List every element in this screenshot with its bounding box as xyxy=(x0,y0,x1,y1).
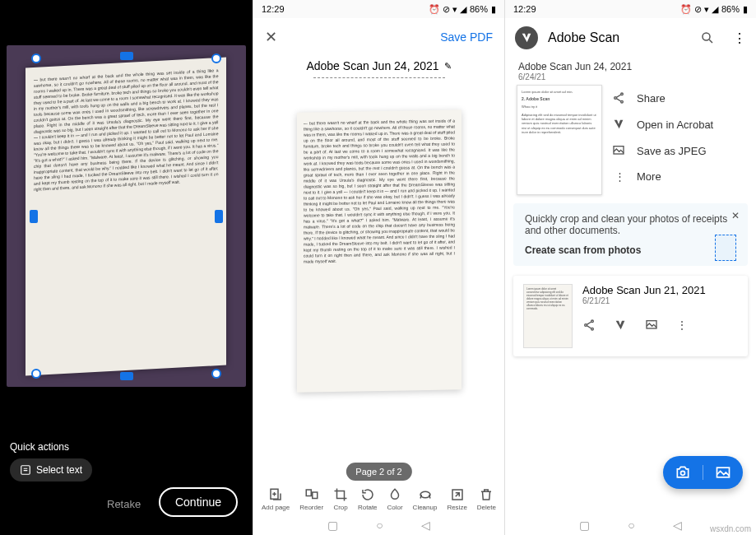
library-header: Adobe Scan ⋮ xyxy=(505,18,756,58)
tip-card: ✕ Quickly crop and clean your photos of … xyxy=(513,203,748,266)
edit-toolbar: Add page Reorder Crop Rotate Color Clean… xyxy=(253,482,504,515)
status-bar: 12:29 ⏰ ⊘ ▾ ◢ 86% ▮ xyxy=(253,0,504,18)
svg-point-7 xyxy=(621,93,624,95)
svg-point-8 xyxy=(615,97,617,100)
image-icon xyxy=(645,319,658,332)
svg-point-4 xyxy=(420,491,430,498)
tip-close[interactable]: ✕ xyxy=(731,210,740,221)
save-pdf-button[interactable]: Save PDF xyxy=(440,30,493,44)
review-screen: 12:29 ⏰ ⊘ ▾ ◢ 86% ▮ ✕ Save PDF Adobe Sca… xyxy=(253,0,504,535)
doc1-meta: Adobe Scan Jun 24, 2021 6/24/21 xyxy=(505,58,756,85)
select-text-icon xyxy=(20,464,31,476)
crop-handle-left[interactable] xyxy=(30,210,38,223)
doc-title: Adobe Scan Jun 24, 2021 xyxy=(306,59,438,72)
thumb-heading: 2. Adobe Scan xyxy=(522,96,597,102)
delete-icon xyxy=(479,487,494,502)
library-screen: 12:29 ⏰ ⊘ ▾ ◢ 86% ▮ Adobe Scan ⋮ Adobe S… xyxy=(504,0,756,535)
doc2-share[interactable] xyxy=(582,319,596,332)
status-icons: ⏰ ⊘ ▾ ◢ 86% ▮ xyxy=(680,4,748,15)
tip-cta[interactable]: Create scan from photos xyxy=(525,244,736,256)
crop-handle-tl[interactable] xyxy=(31,54,41,63)
svg-point-6 xyxy=(703,33,710,40)
doc2-title: Adobe Scan Jun 21, 2021 xyxy=(582,284,738,296)
svg-rect-2 xyxy=(306,490,311,496)
close-button[interactable]: ✕ xyxy=(265,28,277,46)
nav-recent[interactable]: ▢ xyxy=(579,519,590,532)
svg-point-9 xyxy=(621,100,624,103)
retake-button[interactable]: Retake xyxy=(107,498,141,510)
fab-separator xyxy=(703,465,703,480)
more-icon: ⋮ xyxy=(612,170,627,183)
fab[interactable] xyxy=(663,456,743,489)
doc2-actions: ⋮ xyxy=(582,319,738,332)
capture-screen: — but there wasn't no wharf at the back … xyxy=(0,0,253,535)
color-icon xyxy=(387,487,402,502)
doc2-image[interactable] xyxy=(645,319,658,332)
search-button[interactable] xyxy=(700,30,715,45)
crop-handle-right[interactable] xyxy=(215,210,223,223)
add-page-icon xyxy=(268,487,283,502)
share-icon xyxy=(612,91,627,105)
doc-title-row[interactable]: Adobe Scan Jun 24, 2021 ✎ xyxy=(253,56,504,76)
more-item[interactable]: ⋮More xyxy=(612,164,744,189)
crop-handle-bl[interactable] xyxy=(31,369,41,379)
svg-point-13 xyxy=(591,328,594,330)
reorder-tool[interactable]: Reorder xyxy=(299,487,323,511)
svg-point-11 xyxy=(591,320,594,323)
doc1-row: Lorem ipsum dolor sit amet ad min. 2. Ad… xyxy=(505,85,756,195)
page-preview[interactable]: — but there wasn't no wharf at the back … xyxy=(297,109,461,392)
edit-title-icon[interactable]: ✎ xyxy=(444,61,452,72)
acrobat-item[interactable]: Open in Acrobat xyxy=(612,111,744,137)
doc2-card[interactable]: Lorem ipsum dolor sit amet consectetur a… xyxy=(513,276,748,356)
status-bar: 12:29 ⏰ ⊘ ▾ ◢ 86% ▮ xyxy=(505,0,756,18)
crop-handle-top[interactable] xyxy=(120,52,133,60)
svg-point-15 xyxy=(681,471,685,475)
doc1-thumbnail[interactable]: Lorem ipsum dolor sit amet ad min. 2. Ad… xyxy=(517,85,602,195)
tip-text: Quickly crop and clean your photos of re… xyxy=(525,213,727,236)
color-tool[interactable]: Color xyxy=(387,487,403,511)
crop-handle-tr[interactable] xyxy=(211,54,221,63)
rotate-tool[interactable]: Rotate xyxy=(358,487,378,511)
resize-icon xyxy=(450,487,465,502)
crop-handle-bottom[interactable] xyxy=(120,372,133,380)
select-text-button[interactable]: Select text xyxy=(10,458,92,482)
doc2-acrobat[interactable] xyxy=(614,319,627,332)
select-text-label: Select text xyxy=(36,464,82,476)
status-icons: ⏰ ⊘ ▾ ◢ 86% ▮ xyxy=(429,4,496,15)
status-time: 12:29 xyxy=(513,4,536,14)
delete-tool[interactable]: Delete xyxy=(477,487,496,511)
nav-back[interactable]: ◁ xyxy=(673,519,682,532)
crop-area[interactable]: — but there wasn't no wharf at the back … xyxy=(7,45,246,387)
share-item[interactable]: Share xyxy=(612,85,744,111)
crop-tool[interactable]: Crop xyxy=(333,487,348,511)
app-logo xyxy=(515,26,538,49)
continue-button[interactable]: Continue xyxy=(159,487,238,517)
nav-home[interactable]: ○ xyxy=(628,519,634,532)
nav-home[interactable]: ○ xyxy=(376,519,383,532)
resize-tool[interactable]: Resize xyxy=(447,487,466,511)
doc2-thumbnail: Lorem ipsum dolor sit amet consectetur a… xyxy=(523,284,573,348)
jpeg-item[interactable]: Save as JPEG xyxy=(612,137,744,164)
doc1-title: Adobe Scan Jun 24, 2021 xyxy=(518,61,743,72)
gallery-icon[interactable] xyxy=(715,464,731,481)
cleanup-icon xyxy=(418,487,433,502)
search-icon xyxy=(700,30,715,45)
doc1-actions: Share Open in Acrobat Save as JPEG ⋮More xyxy=(612,85,744,195)
nav-recent[interactable]: ▢ xyxy=(327,519,338,532)
scanned-page-preview: — but there wasn't no wharf at the back … xyxy=(26,57,226,374)
crop-handle-br[interactable] xyxy=(211,369,221,379)
doc2-more[interactable]: ⋮ xyxy=(676,319,688,332)
cleanup-tool[interactable]: Cleanup xyxy=(413,487,438,511)
nav-bar: ▢ ○ ◁ xyxy=(253,515,504,535)
watermark: wsxdn.com xyxy=(710,524,751,533)
status-time: 12:29 xyxy=(262,4,285,14)
page-indicator: Page 2 of 2 xyxy=(346,463,411,481)
add-page-tool[interactable]: Add page xyxy=(262,487,290,511)
review-header: ✕ Save PDF xyxy=(253,18,504,56)
camera-icon xyxy=(675,464,691,481)
nav-back[interactable]: ◁ xyxy=(421,519,430,532)
svg-rect-3 xyxy=(312,492,317,499)
crop-icon xyxy=(333,487,348,502)
share-icon xyxy=(582,319,596,332)
overflow-button[interactable]: ⋮ xyxy=(733,30,746,46)
